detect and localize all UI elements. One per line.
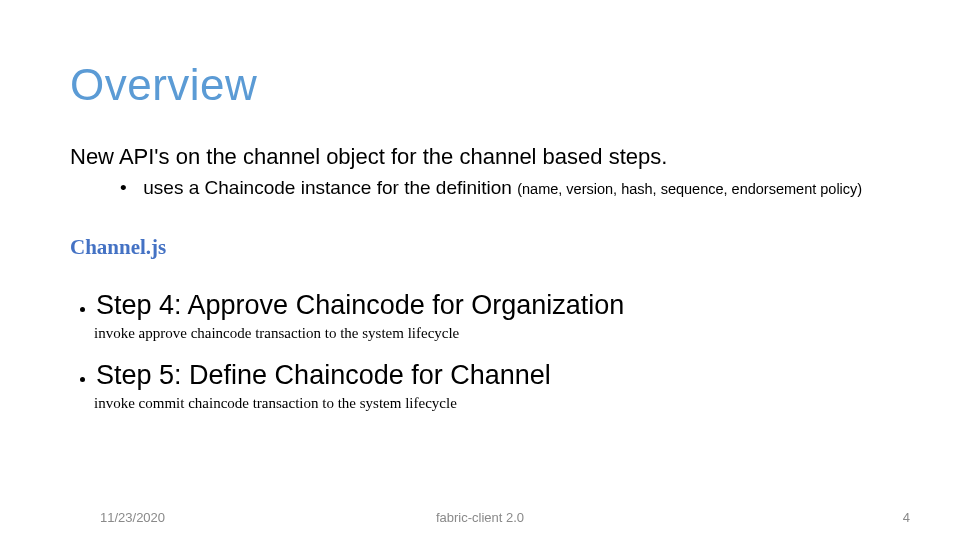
- bullet-icon: •: [120, 176, 138, 201]
- intro-line: New API's on the channel object for the …: [70, 144, 890, 170]
- file-label: Channel.js: [70, 235, 890, 260]
- step-sub: invoke commit chaincode transaction to t…: [94, 395, 890, 412]
- footer-page: 4: [903, 510, 910, 525]
- slide-title: Overview: [70, 60, 890, 110]
- step-head: Step 5: Define Chaincode for Channel: [96, 360, 890, 391]
- intro-sub-line: • uses a Chaincode instance for the defi…: [120, 176, 890, 201]
- list-item: Step 5: Define Chaincode for Channel inv…: [96, 360, 890, 412]
- step-sub: invoke approve chaincode transaction to …: [94, 325, 890, 342]
- list-item: Step 4: Approve Chaincode for Organizati…: [96, 290, 890, 342]
- step-head: Step 4: Approve Chaincode for Organizati…: [96, 290, 890, 321]
- slide: Overview New API's on the channel object…: [0, 0, 960, 540]
- footer-center: fabric-client 2.0: [0, 510, 960, 525]
- intro-sub-annot: (name, version, hash, sequence, endorsem…: [517, 181, 862, 197]
- steps-list: Step 4: Approve Chaincode for Organizati…: [70, 290, 890, 412]
- intro-sub-text: uses a Chaincode instance for the defini…: [143, 177, 517, 198]
